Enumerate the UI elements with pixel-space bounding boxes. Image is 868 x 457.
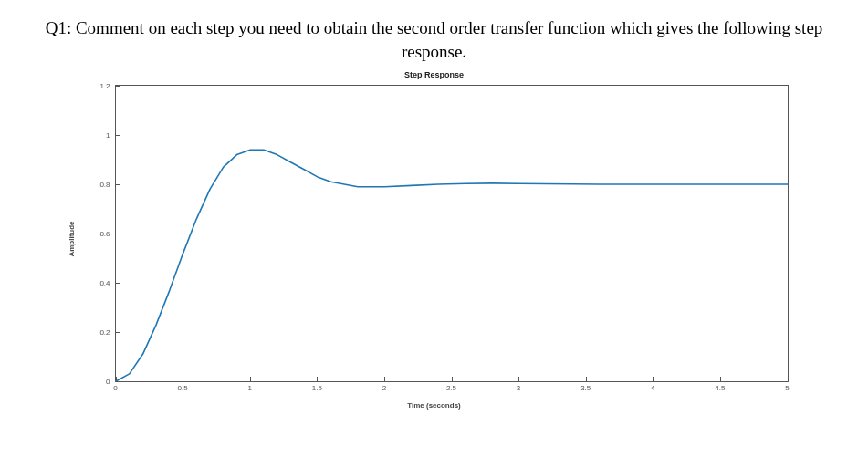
y-tick-mark bbox=[116, 332, 120, 333]
question-text: Q1: Comment on each step you need to obt… bbox=[33, 16, 836, 63]
question-prefix: Q1: bbox=[46, 18, 76, 37]
x-tick-mark bbox=[653, 377, 654, 381]
x-tick-label: 5 bbox=[785, 384, 789, 392]
x-tick-label: 2 bbox=[382, 384, 386, 392]
y-tick-mark bbox=[116, 381, 120, 382]
y-tick-label: 1.2 bbox=[89, 82, 110, 90]
x-axis-label: Time (seconds) bbox=[78, 401, 790, 410]
x-tick-label: 3.5 bbox=[580, 384, 591, 392]
y-tick-mark bbox=[116, 86, 120, 87]
x-tick-label: 2.5 bbox=[446, 384, 456, 392]
y-tick-label: 0.2 bbox=[89, 328, 110, 337]
chart-title: Step Response bbox=[78, 70, 790, 79]
y-tick-mark bbox=[116, 283, 120, 284]
x-tick-mark bbox=[720, 377, 721, 381]
x-tick-label: 0.5 bbox=[178, 384, 188, 392]
response-curve bbox=[116, 86, 788, 381]
y-tick-label: 0.4 bbox=[89, 279, 110, 287]
x-tick-mark bbox=[183, 377, 183, 381]
y-tick-mark bbox=[116, 135, 120, 136]
x-tick-mark bbox=[788, 377, 789, 381]
y-tick-label: 1 bbox=[89, 131, 110, 140]
y-tick-label: 0.8 bbox=[89, 181, 110, 189]
x-tick-label: 1 bbox=[247, 384, 251, 392]
x-tick-label: 4.5 bbox=[715, 384, 725, 392]
y-tick-label: 0 bbox=[89, 378, 110, 386]
page: Q1: Comment on each step you need to obt… bbox=[0, 0, 868, 457]
step-response-chart: Step Response Amplitude Time (seconds) 0… bbox=[78, 70, 790, 408]
x-tick-mark bbox=[518, 377, 519, 381]
x-tick-mark bbox=[384, 377, 385, 381]
x-tick-mark bbox=[317, 377, 318, 381]
x-tick-label: 1.5 bbox=[312, 384, 322, 392]
y-axis-label: Amplitude bbox=[67, 222, 75, 257]
x-tick-mark bbox=[250, 377, 251, 381]
series-response bbox=[116, 150, 788, 381]
plot-box: 00.511.522.533.544.5500.20.40.60.811.2 bbox=[115, 85, 789, 382]
y-tick-mark bbox=[116, 234, 120, 234]
question-body: Comment on each step you need to obtain … bbox=[76, 18, 822, 61]
x-tick-label: 4 bbox=[651, 384, 654, 392]
y-tick-label: 0.6 bbox=[89, 230, 110, 238]
x-tick-label: 3 bbox=[517, 384, 520, 392]
x-tick-mark bbox=[586, 377, 587, 381]
x-tick-label: 0 bbox=[113, 384, 117, 392]
x-tick-mark bbox=[452, 377, 453, 381]
y-tick-mark bbox=[116, 184, 120, 185]
